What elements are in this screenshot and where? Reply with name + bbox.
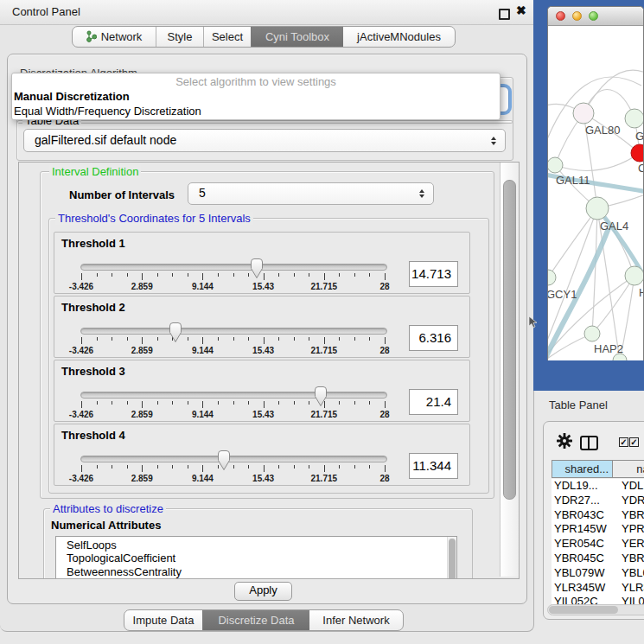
table-row[interactable]: YLR345WYLR3 — [552, 581, 644, 596]
threshold-2-slider-thumb[interactable] — [167, 322, 184, 343]
tab-cyni-toolbox[interactable]: Cyni Toolbox — [251, 27, 343, 47]
network-window: GAL80 GA C GAL11 GAL4 GCY1 H HAP2 — [547, 6, 644, 360]
table-row[interactable]: YDL19...YDL1 — [552, 479, 644, 494]
threshold-3-slider-track[interactable] — [80, 392, 387, 399]
network-icon — [86, 30, 97, 43]
threshold-2-label: Threshold 2 — [61, 301, 125, 314]
node-label-gal4: GAL4 — [600, 220, 628, 233]
node-h — [625, 266, 643, 285]
checkbox-icon-2[interactable]: ✓ — [629, 437, 639, 447]
threshold-2-slider-track[interactable] — [80, 328, 387, 335]
tick-label: 28 — [379, 474, 389, 483]
tab-network[interactable]: Network — [73, 27, 156, 47]
table-row[interactable]: YBL079WYBL0 — [552, 566, 644, 581]
float-window-icon[interactable] — [499, 9, 510, 20]
node-label-hap2: HAP2 — [594, 342, 623, 355]
window-title: Control Panel — [12, 0, 80, 24]
tick-label: -3.426 — [69, 346, 93, 355]
attribute-list-item[interactable]: TopologicalCoefficient — [56, 552, 456, 564]
tick-label: 2.859 — [131, 346, 153, 355]
threshold-1-label: Threshold 1 — [61, 237, 125, 250]
spinner-stepper-icon — [419, 189, 424, 198]
threshold-4-slider-thumb[interactable] — [215, 450, 233, 471]
table-row[interactable]: YER054CYER0 — [552, 537, 644, 552]
tick-label: 15.43 — [252, 410, 274, 419]
thresholds-group-title: Threshold's Coordinates for 5 Intervals — [55, 212, 253, 225]
top-tab-bar: Network Style Select Cyni Toolbox jActiv… — [72, 26, 456, 48]
node-label-c: C — [638, 162, 643, 175]
table-row[interactable]: YDR27...YDR2 — [552, 494, 644, 508]
network-desktop: GAL80 GA C GAL11 GAL4 GCY1 H HAP2 — [533, 0, 644, 391]
column-header-name[interactable]: na — [613, 460, 644, 478]
dropdown-prompt: Select algorithm to view settings — [12, 74, 500, 89]
tab-infer-network[interactable]: Infer Network — [309, 610, 403, 630]
network-canvas[interactable]: GAL80 GA C GAL11 GAL4 GCY1 H HAP2 — [548, 25, 643, 360]
threshold-4-value[interactable]: 11.344 — [409, 453, 458, 479]
attributes-list-scrollbar[interactable] — [447, 537, 456, 579]
tab-discretize-data[interactable]: Discretize Data — [202, 610, 309, 630]
gear-icon[interactable] — [556, 432, 573, 450]
number-of-intervals-spinner[interactable]: 5 — [188, 182, 434, 205]
node-gcy1 — [548, 270, 556, 285]
minimize-traffic-light-icon[interactable] — [572, 11, 582, 21]
tick-label: 21.715 — [311, 410, 338, 419]
table-body: YDL19...YDL1YDR27...YDR2YBR043CYBR0YPR14… — [552, 479, 644, 604]
threshold-3-ticks — [81, 401, 386, 410]
number-of-intervals-value: 5 — [188, 183, 433, 203]
node-gal80 — [573, 103, 594, 124]
tick-label: 15.43 — [252, 474, 274, 483]
checkbox-icon-1[interactable]: ✓ — [619, 437, 628, 447]
dropdown-option-manual[interactable]: Manual Discretization — [14, 89, 130, 104]
threshold-1-slider-thumb[interactable] — [248, 258, 265, 279]
settings-vertical-scrollbar[interactable] — [500, 163, 519, 577]
table-row[interactable]: YIL052CYIL0 — [552, 595, 644, 604]
split-columns-icon[interactable] — [580, 436, 598, 450]
table-horizontal-scrollbar[interactable] — [547, 604, 644, 615]
table-row[interactable]: YBR045CYBR0 — [552, 552, 644, 566]
tick-label: 21.715 — [311, 346, 338, 355]
table-row[interactable]: YPR145WYPR1 — [552, 522, 644, 537]
interval-definition-title: Interval Definition — [49, 165, 141, 178]
close-icon[interactable]: ✖ — [516, 3, 526, 17]
threshold-1-value[interactable]: 14.713 — [409, 261, 458, 287]
tab-impute-data[interactable]: Impute Data — [124, 610, 202, 630]
network-window-titlebar — [548, 7, 643, 26]
tab-network-label: Network — [101, 27, 143, 47]
dropdown-option-equal-width[interactable]: Equal Width/Frequency Discretization — [14, 104, 201, 118]
threshold-3-slider-thumb[interactable] — [312, 386, 329, 407]
threshold-1-slider-track[interactable] — [80, 264, 387, 271]
numerical-attributes-list[interactable]: SelfLoopsTopologicalCoefficientBetweenne… — [55, 536, 457, 579]
attribute-list-item[interactable]: SelfLoops — [56, 539, 456, 552]
threshold-3-value[interactable]: 21.4 — [409, 389, 458, 415]
mouse-cursor — [527, 316, 539, 329]
node-label-gcy1: GCY1 — [548, 288, 577, 301]
number-of-intervals-label: Number of Intervals — [69, 188, 175, 201]
node-gal4 — [586, 197, 609, 220]
tab-select[interactable]: Select — [203, 27, 251, 47]
column-header-shared-name[interactable]: shared... — [552, 460, 613, 478]
threshold-3-label: Threshold 3 — [61, 365, 125, 378]
tab-style[interactable]: Style — [156, 27, 203, 47]
apply-button[interactable]: Apply — [234, 582, 292, 601]
threshold-2-ticks — [81, 337, 386, 346]
tick-label: 9.144 — [192, 346, 214, 355]
attribute-list-item[interactable]: BetweennessCentrality — [56, 565, 456, 578]
threshold-4-label: Threshold 4 — [61, 429, 125, 442]
tick-label: 9.144 — [192, 410, 214, 419]
table-data-combobox[interactable]: galFiltered.sif default node — [23, 129, 506, 152]
threshold-4-ticks — [81, 465, 386, 474]
close-traffic-light-icon[interactable] — [556, 11, 565, 21]
attributes-group-title: Attributes to discretize — [50, 502, 166, 515]
table-row[interactable]: YBR043CYBR0 — [552, 508, 644, 523]
threshold-1-ticks — [81, 273, 386, 282]
tick-label: -3.426 — [69, 410, 93, 419]
tab-jactivemnodules[interactable]: jActiveMNodules — [343, 27, 455, 47]
node-gal11 — [548, 157, 563, 173]
zoom-traffic-light-icon[interactable] — [589, 11, 598, 21]
threshold-4-slider-track[interactable] — [80, 456, 387, 462]
tick-label: 21.715 — [311, 474, 338, 483]
threshold-2-value[interactable]: 6.316 — [409, 325, 458, 351]
tick-label: 21.715 — [311, 282, 338, 291]
threshold-panel-1: Threshold 1 14.713 -3.4262.8599.14415.43… — [54, 232, 470, 294]
tick-label: 28 — [379, 346, 389, 355]
